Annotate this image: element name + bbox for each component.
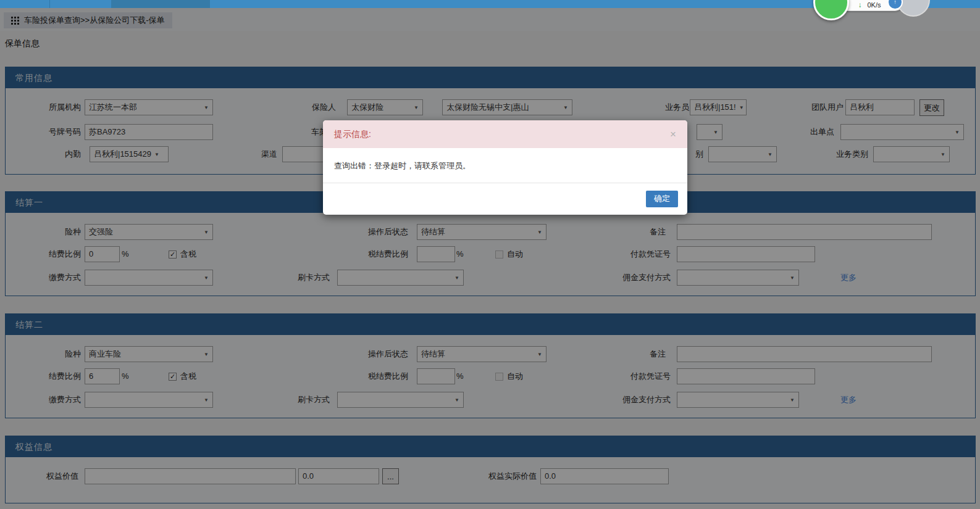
- alert-dialog-footer: 确定: [323, 183, 687, 214]
- active-tab[interactable]: [111, 0, 210, 8]
- alert-dialog-message: 查询出错：登录超时，请联系管理员。: [323, 148, 687, 183]
- tab-divider: [49, 0, 50, 8]
- close-icon[interactable]: ×: [670, 129, 676, 139]
- download-arrow-icon: ↓: [858, 1, 861, 9]
- download-speed: 0K/s: [867, 2, 881, 9]
- alert-dialog: 提示信息: × 查询出错：登录超时，请联系管理员。 确定: [323, 120, 687, 215]
- modal-backdrop: [0, 8, 980, 509]
- alert-dialog-title: 提示信息:: [334, 129, 371, 140]
- ok-button[interactable]: 确定: [646, 191, 678, 207]
- alert-dialog-header: 提示信息: ×: [323, 120, 687, 148]
